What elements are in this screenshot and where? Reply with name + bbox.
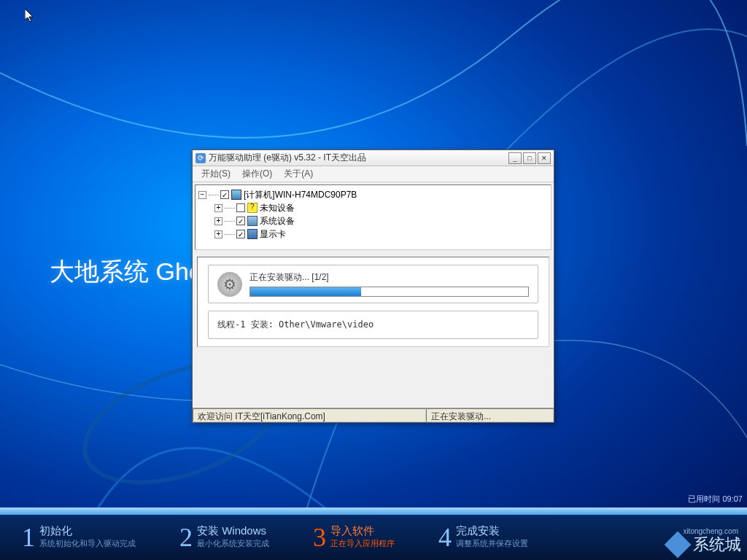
step-sub: 系统初始化和导入驱动完成: [39, 538, 136, 549]
watermark: 系统城 xitongcheng.com: [668, 534, 741, 556]
install-steps: 1 初始化 系统初始化和导入驱动完成 2 安装 Windows 最小化系统安装完…: [0, 515, 747, 560]
step-sub: 正在导入应用程序: [330, 538, 395, 549]
tree-item-label: 系统设备: [260, 215, 295, 228]
menu-start[interactable]: 开始(S): [196, 168, 236, 180]
item-checkbox[interactable]: ✓: [236, 230, 245, 238]
item-checkbox[interactable]: [236, 203, 245, 212]
root-checkbox[interactable]: ✓: [220, 190, 229, 199]
tree-item-label: 未知设备: [260, 202, 295, 214]
menu-about[interactable]: 关于(A): [278, 168, 319, 180]
device-tree[interactable]: − ✓ [计算机]WIN-H74MDC90P7B + 未知设备 + ✓ 系统设备…: [195, 184, 551, 250]
step-4: 4 完成安装 调整系统并保存设置: [438, 524, 528, 551]
expand-icon[interactable]: +: [214, 230, 222, 238]
progress-bar: [249, 287, 529, 297]
display-adapter-icon: [247, 229, 258, 239]
cursor-icon: [25, 9, 36, 26]
driver-installer-window: 万能驱动助理 (e驱动) v5.32 - IT天空出品 _ □ ✕ 开始(S) …: [192, 149, 554, 423]
maximize-button[interactable]: □: [523, 152, 536, 164]
progress-bar-fill: [250, 287, 361, 296]
tree-item-label: 显示卡: [260, 228, 286, 241]
elapsed-time: 已用时间 09:07: [688, 494, 743, 505]
step-3: 3 导入软件 正在导入应用程序: [313, 524, 395, 551]
close-button[interactable]: ✕: [538, 152, 551, 164]
statusbar: 欢迎访问 IT天空[iTianKong.Com] 正在安装驱动...: [193, 408, 554, 422]
overall-progress-bar: [0, 508, 747, 515]
tree-root-label: [计算机]WIN-H74MDC90P7B: [244, 189, 357, 201]
computer-icon: [231, 190, 241, 200]
collapse-icon[interactable]: −: [198, 191, 206, 199]
step-title: 完成安装: [456, 524, 528, 538]
thread-info: 线程-1 安装: Other\Vmware\video: [208, 311, 538, 339]
expand-icon[interactable]: +: [214, 204, 222, 212]
watermark-site: xitongcheng.com: [683, 527, 738, 535]
expand-icon[interactable]: +: [214, 217, 222, 225]
watermark-brand: 系统城: [693, 534, 741, 556]
step-title: 导入软件: [330, 524, 395, 538]
step-1: 1 初始化 系统初始化和导入驱动完成: [22, 524, 136, 551]
item-checkbox[interactable]: ✓: [236, 217, 245, 225]
watermark-icon: [665, 532, 692, 559]
window-title: 万能驱动助理 (e驱动) v5.32 - IT天空出品: [209, 152, 508, 164]
gear-icon: ⚙: [217, 272, 242, 297]
progress-label: 正在安装驱动... [1/2]: [249, 271, 529, 284]
app-icon: [196, 153, 206, 163]
status-right: 正在安装驱动...: [426, 408, 554, 422]
unknown-device-icon: [247, 203, 258, 213]
step-number: 1: [22, 524, 35, 551]
menu-action[interactable]: 操作(O): [236, 168, 278, 180]
step-sub: 最小化系统安装完成: [197, 538, 269, 549]
step-title: 初始化: [39, 524, 136, 538]
tree-item[interactable]: + 未知设备: [198, 201, 548, 214]
step-title: 安装 Windows: [197, 524, 269, 538]
step-number: 2: [179, 524, 193, 551]
tree-item[interactable]: + ✓ 显示卡: [198, 228, 548, 241]
tree-root[interactable]: − ✓ [计算机]WIN-H74MDC90P7B: [198, 188, 548, 201]
menubar: 开始(S) 操作(O) 关于(A): [193, 166, 554, 182]
step-2: 2 安装 Windows 最小化系统安装完成: [179, 524, 269, 551]
progress-area: ⚙ 正在安装驱动... [1/2] 线程-1 安装: Other\Vmware\…: [197, 257, 549, 347]
step-number: 3: [313, 524, 326, 551]
system-device-icon: [247, 216, 258, 226]
step-sub: 调整系统并保存设置: [456, 538, 528, 549]
step-number: 4: [438, 524, 452, 551]
progress-box: ⚙ 正在安装驱动... [1/2]: [208, 265, 538, 303]
titlebar[interactable]: 万能驱动助理 (e驱动) v5.32 - IT天空出品 _ □ ✕: [193, 150, 554, 166]
minimize-button[interactable]: _: [508, 152, 522, 164]
tree-item[interactable]: + ✓ 系统设备: [198, 214, 548, 228]
status-left: 欢迎访问 IT天空[iTianKong.Com]: [193, 408, 426, 422]
desktop-brand-text: 大地系统 Gho: [50, 255, 203, 289]
